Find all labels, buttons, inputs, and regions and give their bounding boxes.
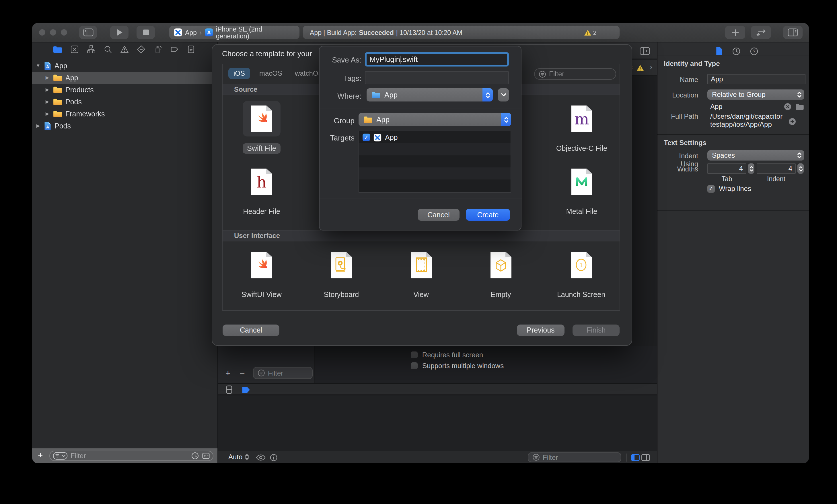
help-inspector-tab-icon[interactable]: ? — [750, 47, 759, 55]
tags-field[interactable] — [365, 71, 509, 84]
report-navigator-tab-icon[interactable] — [186, 44, 196, 54]
debug-navigator-tab-icon[interactable] — [153, 44, 162, 54]
save-as-field[interactable]: MyPlugin .swift — [365, 52, 509, 67]
source-control-filter-icon[interactable] — [202, 452, 210, 460]
tree-row-app-project[interactable]: ▼ App — [32, 60, 217, 72]
show-variables-view-icon[interactable] — [631, 454, 640, 461]
issue-navigator-tab-icon[interactable] — [120, 44, 129, 54]
tab-width-field[interactable]: 4 — [707, 163, 746, 174]
project-navigator-tab-folder-icon[interactable] — [53, 45, 63, 53]
disclosure-triangle-expanded[interactable]: ▼ — [36, 63, 41, 68]
breakpoint-tag-icon[interactable] — [242, 386, 251, 394]
code-review-button[interactable] — [751, 26, 771, 39]
template-objective-c-file[interactable]: m Objective-C File — [545, 101, 619, 154]
checkbox-unchecked[interactable] — [411, 352, 417, 358]
add-target-button[interactable]: + — [226, 368, 231, 378]
next-issue-icon[interactable]: › — [650, 63, 652, 71]
template-empty[interactable]: Empty — [464, 247, 538, 300]
platform-tabs: iOS macOS watchOS — [228, 68, 326, 79]
add-file-button[interactable]: + — [38, 450, 43, 460]
navigator-filter-field[interactable]: Filter — [49, 451, 213, 461]
indent-width-stepper[interactable] — [797, 163, 804, 174]
scheme-selector[interactable]: App › iPhone SE (2nd generation) — [169, 26, 300, 39]
source-control-tab-icon[interactable] — [70, 44, 79, 54]
run-button[interactable] — [110, 26, 128, 39]
template-label: Objective-C File — [552, 143, 612, 154]
inspector-toggle-button[interactable] — [783, 26, 803, 39]
remove-target-button[interactable]: − — [240, 368, 245, 378]
checkbox-unchecked[interactable] — [411, 362, 417, 369]
dialog-previous-button[interactable]: Previous — [517, 325, 565, 336]
device-pane-icon[interactable] — [226, 385, 232, 394]
library-add-button[interactable] — [725, 26, 745, 39]
add-editor-icon[interactable] — [640, 47, 650, 55]
template-header-file[interactable]: h Header File — [224, 164, 299, 217]
navigator-toggle-button[interactable] — [79, 26, 97, 39]
history-inspector-tab-icon[interactable] — [732, 47, 741, 55]
location-popup[interactable]: Relative to Group — [707, 89, 804, 100]
variables-view-scope-popup[interactable]: Auto — [228, 453, 249, 461]
name-field[interactable]: App — [707, 74, 805, 84]
disclosure-triangle[interactable]: ▶ — [45, 75, 50, 80]
checkbox-checked[interactable]: ✓ — [707, 185, 715, 192]
requires-full-screen-row[interactable]: Requires full screen — [411, 351, 483, 359]
show-console-view-icon[interactable] — [641, 454, 650, 461]
dialog-cancel-button[interactable]: Cancel — [222, 325, 279, 336]
filename-after-cursor: .swift — [401, 55, 417, 64]
breakpoint-navigator-tab-icon[interactable] — [170, 44, 179, 54]
close-window-button[interactable] — [39, 29, 45, 36]
minimize-window-button[interactable] — [50, 29, 56, 36]
dialog-finish-button-disabled[interactable]: Finish — [572, 325, 620, 336]
issue-warning-icon[interactable] — [636, 64, 644, 72]
scheme-name: App — [185, 29, 197, 36]
target-row-app[interactable]: ✓ App — [359, 131, 511, 143]
zoom-window-button[interactable] — [61, 29, 67, 36]
test-navigator-tab-icon[interactable] — [137, 44, 146, 54]
choose-folder-icon[interactable] — [795, 103, 804, 110]
status-text-right: | 10/13/20 at 10:20 AM — [396, 29, 462, 36]
template-swiftui-view[interactable]: SwiftUI View — [224, 247, 299, 300]
file-inspector-tab-icon[interactable] — [715, 47, 723, 56]
disclosure-triangle[interactable]: ▶ — [45, 111, 50, 116]
wrap-lines-row[interactable]: ✓ Wrap lines — [707, 185, 751, 193]
expand-sheet-button[interactable] — [498, 88, 509, 102]
tab-ios[interactable]: iOS — [228, 68, 250, 79]
tree-row-pods-project[interactable]: ▶ Pods — [32, 120, 217, 132]
clear-location-icon[interactable] — [784, 103, 792, 111]
targets-filter-field[interactable]: Filter — [253, 367, 313, 379]
indent-width-field[interactable]: 4 — [757, 163, 796, 174]
indent-using-popup[interactable]: Spaces — [707, 150, 804, 161]
checkbox-checked[interactable]: ✓ — [362, 133, 370, 141]
disclosure-triangle[interactable]: ▶ — [45, 99, 50, 104]
disclosure-triangle[interactable]: ▶ — [36, 123, 41, 128]
tab-width-stepper[interactable] — [748, 163, 754, 174]
disclosure-triangle[interactable]: ▶ — [45, 87, 50, 92]
where-popup[interactable]: App — [367, 88, 493, 102]
info-icon[interactable] — [270, 453, 278, 462]
tree-row-app-group[interactable]: ▶ App — [32, 72, 217, 84]
filter-scope-icon[interactable] — [53, 452, 68, 460]
warning-badge[interactable]: 2 — [584, 29, 596, 36]
template-filter-field[interactable]: Filter — [534, 68, 616, 80]
stop-button[interactable] — [137, 26, 155, 39]
symbol-navigator-tab-icon[interactable] — [87, 44, 96, 54]
recent-files-filter-icon[interactable] — [191, 452, 199, 460]
template-storyboard[interactable]: Storyboard — [304, 247, 379, 300]
template-view[interactable]: View — [384, 247, 458, 300]
tree-row-pods-group[interactable]: ▶ Pods — [32, 96, 217, 108]
group-popup[interactable]: App — [359, 113, 511, 126]
template-metal-file[interactable]: Metal File — [545, 164, 619, 217]
tab-macos[interactable]: macOS — [256, 68, 286, 79]
sheet-cancel-button[interactable]: Cancel — [417, 209, 460, 221]
tree-row-products[interactable]: ▶ Products — [32, 84, 217, 96]
supports-multiple-windows-row[interactable]: Supports multiple windows — [411, 362, 504, 370]
sheet-create-button[interactable]: Create — [466, 209, 510, 221]
tree-row-frameworks[interactable]: ▶ Frameworks — [32, 108, 217, 120]
find-navigator-tab-icon[interactable] — [103, 44, 112, 54]
console-filter-field[interactable]: Filter — [528, 452, 621, 462]
open-path-arrow-icon[interactable] — [788, 118, 796, 126]
sidebar-right-icon — [788, 28, 798, 37]
quick-look-eye-icon[interactable] — [256, 454, 266, 461]
template-swift-file[interactable]: Swift File — [224, 101, 299, 154]
template-launch-screen[interactable]: 1 Launch Screen — [544, 247, 619, 300]
